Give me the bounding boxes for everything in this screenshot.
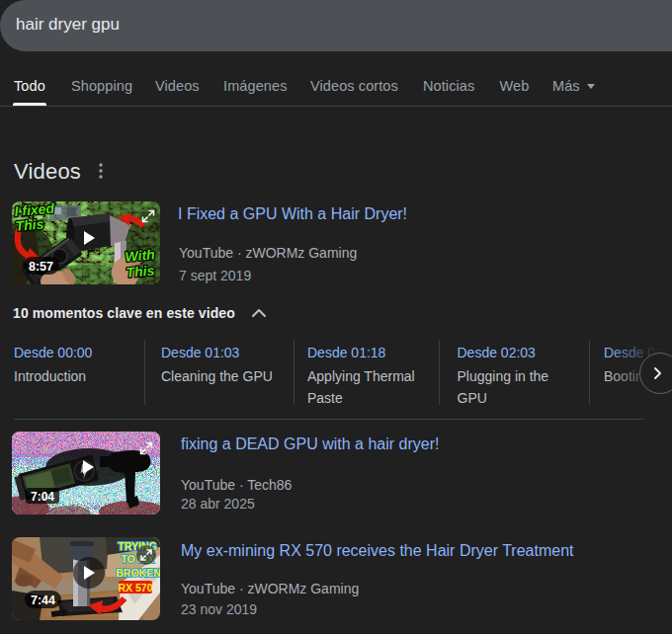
svg-text:BROKEN: BROKEN (116, 567, 160, 579)
svg-text:8:57: 8:57 (29, 260, 53, 274)
svg-text:This: This (126, 263, 155, 280)
svg-text:This: This (15, 216, 44, 234)
svg-text:RX 570: RX 570 (118, 582, 152, 594)
svg-text:7:04: 7:04 (31, 490, 54, 504)
svg-text:7:44: 7:44 (31, 594, 55, 607)
